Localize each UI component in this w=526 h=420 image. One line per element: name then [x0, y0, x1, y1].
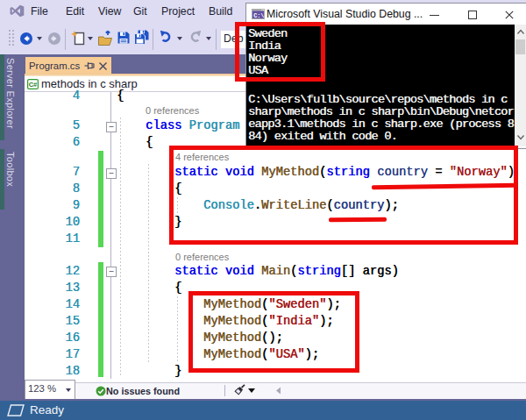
svg-text:C:\: C:\ [253, 12, 264, 19]
svg-text:C#: C# [29, 81, 38, 89]
